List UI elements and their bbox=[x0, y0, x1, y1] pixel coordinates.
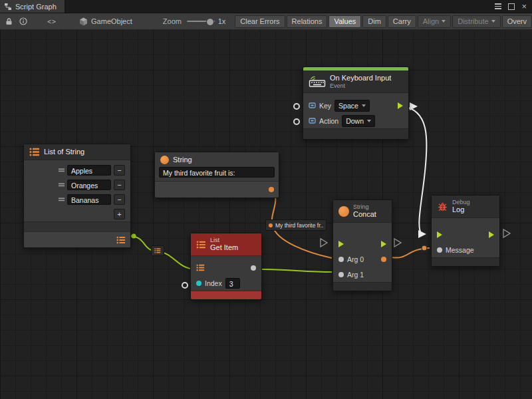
remove-item-button[interactable]: − bbox=[114, 194, 125, 205]
plus-icon: + bbox=[117, 210, 121, 218]
index-label: Index bbox=[205, 279, 222, 287]
index-input[interactable]: 3 bbox=[225, 278, 240, 289]
node-header[interactable]: String Concat bbox=[333, 200, 392, 223]
node-on-keyboard-input[interactable]: On Keyboard Input Event Key Space bbox=[303, 66, 409, 140]
gameobject-context[interactable]: GameObject bbox=[79, 17, 132, 26]
node-titles: Debug Log bbox=[452, 199, 470, 214]
caret-down-icon bbox=[362, 104, 366, 107]
node-body: Key Space Action Down bbox=[303, 93, 408, 128]
tab-script-graph[interactable]: Script Graph bbox=[0, 0, 65, 13]
arg0-row: Arg 0 bbox=[333, 251, 392, 267]
close-icon[interactable]: × bbox=[521, 3, 527, 11]
clear-errors-button[interactable]: Clear Errors bbox=[235, 15, 285, 28]
align-button[interactable]: Align bbox=[418, 15, 451, 28]
list-input-port[interactable] bbox=[196, 264, 205, 271]
action-value-port[interactable] bbox=[293, 118, 300, 125]
key-label: Key bbox=[319, 102, 331, 110]
arg0-input-port[interactable] bbox=[338, 257, 344, 262]
flow-output-port[interactable] bbox=[489, 231, 494, 238]
node-header[interactable]: On Keyboard Input Event bbox=[303, 70, 408, 93]
node-header[interactable]: String bbox=[155, 152, 279, 165]
node-list-of-string[interactable]: List of String Apples − Oranges − Banana… bbox=[23, 144, 131, 248]
node-category: String bbox=[353, 203, 376, 210]
tab-title: Script Graph bbox=[15, 3, 57, 11]
info-icon[interactable] bbox=[19, 15, 27, 28]
button-label: Carry bbox=[393, 17, 411, 25]
node-get-item[interactable]: List Get Item Index 3 bbox=[190, 233, 262, 300]
code-view-icon[interactable]: <> bbox=[47, 15, 57, 28]
zoom-label: Zoom bbox=[163, 17, 182, 25]
list-item-input[interactable]: Apples bbox=[67, 165, 111, 176]
drag-handle-icon[interactable] bbox=[59, 198, 65, 201]
script-graph-icon bbox=[4, 3, 12, 11]
values-button[interactable]: Values bbox=[329, 15, 361, 28]
maximize-icon[interactable] bbox=[508, 3, 515, 10]
key-dropdown[interactable]: Space bbox=[334, 100, 370, 112]
remove-item-button[interactable]: − bbox=[114, 180, 125, 190]
dim-button[interactable]: Dim bbox=[362, 15, 386, 28]
node-concat[interactable]: String Concat Arg 0 Arg 1 bbox=[332, 200, 392, 291]
button-label: Distribute bbox=[458, 17, 488, 25]
node-header[interactable]: List of String bbox=[24, 144, 130, 160]
index-value-port[interactable] bbox=[182, 282, 188, 289]
flow-output-port[interactable] bbox=[381, 241, 386, 247]
wire-string-value-badge: My third favorite fr... bbox=[265, 219, 327, 231]
flow-row bbox=[432, 227, 499, 242]
keycode-icon bbox=[309, 102, 316, 109]
list-icon bbox=[154, 247, 161, 254]
list-item-input[interactable]: Oranges bbox=[67, 180, 111, 190]
item-output-port[interactable] bbox=[251, 265, 256, 271]
message-input-port[interactable] bbox=[437, 247, 442, 253]
lock-icon[interactable] bbox=[5, 15, 13, 28]
list-output-port[interactable] bbox=[116, 236, 126, 244]
zoom-slider-knob[interactable] bbox=[206, 18, 214, 26]
flow-input-port[interactable] bbox=[437, 231, 442, 238]
key-row: Key Space bbox=[303, 98, 408, 113]
minus-icon: − bbox=[117, 166, 121, 174]
list-item-row: Apples − bbox=[24, 163, 130, 178]
string-value-input[interactable]: My third favorite fruit is: bbox=[159, 167, 275, 178]
zoom-value: 1x bbox=[218, 17, 226, 25]
string-output-port[interactable] bbox=[269, 187, 274, 192]
flow-input-port[interactable] bbox=[338, 241, 344, 247]
key-value-port[interactable] bbox=[293, 103, 300, 110]
list-item-input[interactable]: Bananas bbox=[67, 194, 111, 205]
action-dropdown[interactable]: Down bbox=[342, 115, 375, 127]
node-header[interactable]: List Get Item bbox=[191, 233, 261, 256]
node-body: Arg 0 Arg 1 bbox=[333, 223, 392, 282]
arg1-input-port[interactable] bbox=[338, 272, 344, 277]
carry-button[interactable]: Carry bbox=[388, 15, 416, 28]
gameobject-cube-icon bbox=[79, 17, 88, 26]
drag-handle-icon[interactable] bbox=[59, 168, 65, 172]
node-header[interactable]: Debug Log bbox=[432, 196, 499, 218]
string-type-icon bbox=[160, 156, 169, 164]
remove-item-button[interactable]: − bbox=[114, 165, 125, 176]
add-item-button[interactable]: + bbox=[114, 209, 125, 219]
button-label: Values bbox=[334, 17, 356, 25]
gameobject-label: GameObject bbox=[91, 17, 132, 25]
drag-handle-icon[interactable] bbox=[59, 183, 65, 187]
node-string-literal[interactable]: String My third favorite fruit is: bbox=[154, 152, 279, 198]
arg0-label: Arg 0 bbox=[347, 255, 364, 263]
relations-button[interactable]: Relations bbox=[287, 15, 328, 28]
zoom-slider[interactable] bbox=[187, 17, 215, 26]
caret-down-icon bbox=[442, 20, 446, 23]
overview-button[interactable]: Overv bbox=[502, 15, 532, 28]
node-title: List of String bbox=[44, 148, 84, 156]
node-category: List bbox=[210, 237, 238, 243]
distribute-button[interactable]: Distribute bbox=[452, 15, 500, 28]
flow-output-port[interactable] bbox=[398, 102, 403, 109]
string-value-dot-icon bbox=[269, 223, 273, 227]
arg1-label: Arg 1 bbox=[347, 271, 364, 279]
action-dropdown-value: Down bbox=[346, 117, 364, 125]
index-input-port[interactable] bbox=[196, 281, 201, 286]
node-footer bbox=[333, 282, 392, 291]
node-titles: String Concat bbox=[353, 203, 376, 219]
result-output-port[interactable] bbox=[381, 257, 386, 262]
key-dropdown-value: Space bbox=[338, 102, 358, 110]
window-menu-icon[interactable] bbox=[495, 3, 501, 9]
node-log[interactable]: Debug Log Message bbox=[431, 195, 500, 267]
node-footer bbox=[432, 257, 499, 266]
node-body: Apples − Oranges − Bananas − + bbox=[24, 160, 130, 221]
node-footer bbox=[191, 291, 261, 299]
